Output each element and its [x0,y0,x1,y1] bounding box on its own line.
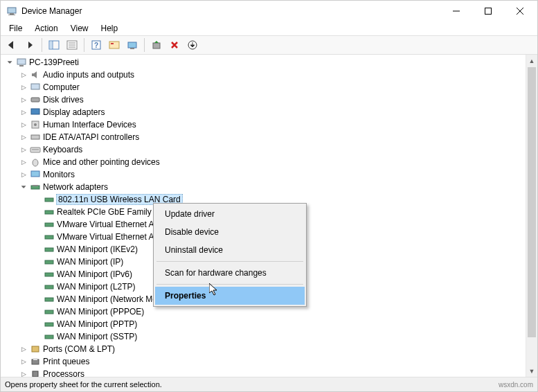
tree-label: WAN Miniport (IP) [57,257,123,267]
delete-button[interactable] [166,37,183,53]
tree-category-network[interactable]: ⏷Network adapters [19,181,537,193]
show-hide-button[interactable] [46,37,62,53]
tree-label: Audio inputs and outputs [43,70,134,80]
expander-icon[interactable]: ▷ [19,357,28,366]
separator [84,38,84,52]
tree-label: Print queues [43,357,89,366]
network-icon [44,281,55,292]
svg-point-32 [33,159,38,166]
close-button[interactable] [504,1,536,21]
svg-rect-16 [109,42,119,48]
tree-category[interactable]: ▷Monitors [19,168,537,181]
network-icon [44,306,55,317]
separator [42,38,42,52]
tree-category[interactable]: ▷Disk drives [19,93,537,106]
tree-category[interactable]: ▷Processors [19,368,537,377]
svg-rect-39 [45,235,53,239]
tree-label: Disk drives [43,95,84,105]
expander-icon[interactable]: ▷ [19,145,28,154]
tree-label: Processors [43,369,84,377]
tree-category[interactable]: ▷IDE ATA/ATAPI controllers [19,131,537,143]
tree-category[interactable]: ▷Print queues [19,355,537,368]
svg-rect-40 [45,248,53,251]
tree-label: Display adapters [43,107,105,117]
tree-label: WAN Miniport (SSTP) [57,332,137,341]
tree-device[interactable]: WAN Miniport (PPPOE) [33,305,537,318]
tree-category[interactable]: ▷Ports (COM & LPT) [19,343,537,355]
tree-label: Keyboards [43,145,82,154]
svg-rect-25 [31,98,39,102]
back-button[interactable] [3,37,20,53]
tree-label: WAN Miniport (PPPOE) [57,307,144,317]
vertical-scrollbar[interactable]: ▲ ▼ [526,55,537,377]
scan-hardware-button[interactable] [148,37,165,53]
tree-label: VMware Virtual Ethernet A [57,232,154,242]
svg-rect-18 [128,42,136,48]
expander-icon[interactable]: ⏷ [5,57,15,67]
tree-category[interactable]: ▷Human Interface Devices [19,118,537,131]
toolbar: ? [1,35,537,55]
svg-rect-23 [19,65,24,66]
ctx-properties[interactable]: Properties [155,287,305,305]
network-icon [44,194,55,205]
keyboard-icon [30,144,41,155]
ctx-disable-device[interactable]: Disable device [155,223,305,241]
tree-category[interactable]: ▷Computer [19,81,537,93]
tree-category[interactable]: ▷Mice and other pointing devices [19,156,537,168]
monitor-icon [30,169,41,180]
tree-device[interactable]: WAN Miniport (SSTP) [33,330,537,343]
expander-icon[interactable]: ⏷ [19,182,28,192]
maximize-button[interactable] [472,1,504,21]
scroll-up-button[interactable]: ▲ [526,55,537,66]
tree-label: WAN Miniport (PPTP) [57,319,137,329]
ctx-update-driver[interactable]: Update driver [155,205,305,223]
expander-icon[interactable]: ▷ [19,132,28,142]
scroll-thumb[interactable] [528,67,536,337]
svg-rect-41 [45,260,53,264]
svg-rect-43 [45,285,53,289]
scroll-down-button[interactable]: ▼ [526,365,537,377]
expander-icon[interactable]: ▷ [19,95,28,105]
svg-rect-37 [45,211,53,214]
tree-category[interactable]: ▷Keyboards [19,143,537,156]
expander-icon[interactable]: ▷ [19,157,28,167]
svg-rect-48 [32,346,39,352]
ctx-uninstall-device[interactable]: Uninstall device [155,241,305,259]
forward-button[interactable] [21,37,38,53]
tree-label: WAN Miniport (L2TP) [57,282,136,292]
status-bar: Opens property sheet for the current sel… [1,377,537,391]
tree-label: PC-139Preeti [29,57,79,67]
expander-icon[interactable]: ▷ [19,107,28,117]
tree-category[interactable]: ▷Display adapters [19,106,537,118]
properties-button[interactable] [64,37,80,53]
expander-icon[interactable]: ▷ [19,170,28,179]
expander-icon[interactable]: ▷ [19,70,28,80]
network-icon [44,244,55,255]
expander-icon[interactable]: ▷ [19,369,28,377]
svg-rect-45 [45,310,53,314]
expander-icon[interactable]: ▷ [19,82,28,92]
menu-file[interactable]: File [3,22,28,35]
minimize-button[interactable] [440,1,472,21]
svg-rect-50 [33,358,37,360]
svg-rect-42 [45,273,53,276]
svg-point-28 [34,123,37,126]
ctx-scan-hardware[interactable]: Scan for hardware changes [155,264,305,282]
expander-icon[interactable]: ▷ [19,120,28,130]
tree-label: WAN Miniport (IPv6) [57,269,132,279]
menu-action[interactable]: Action [29,22,63,35]
update-driver-button[interactable] [184,37,201,53]
tree-root[interactable]: ⏷ PC-139Preeti [5,56,537,69]
context-menu: Update driver Disable device Uninstall d… [153,203,307,307]
svg-rect-47 [45,335,53,339]
tool-button-5[interactable] [106,37,123,53]
expander-icon[interactable]: ▷ [19,344,28,354]
tree-label: Monitors [43,170,75,179]
menu-help[interactable]: Help [96,22,124,35]
tree-category[interactable]: ▷Audio inputs and outputs [19,69,537,81]
tool-button-6[interactable] [124,37,141,53]
tree-device[interactable]: WAN Miniport (PPTP) [33,318,537,330]
tree-label: Mice and other pointing devices [43,157,160,167]
menu-view[interactable]: View [65,22,94,35]
help-button[interactable]: ? [88,37,105,53]
